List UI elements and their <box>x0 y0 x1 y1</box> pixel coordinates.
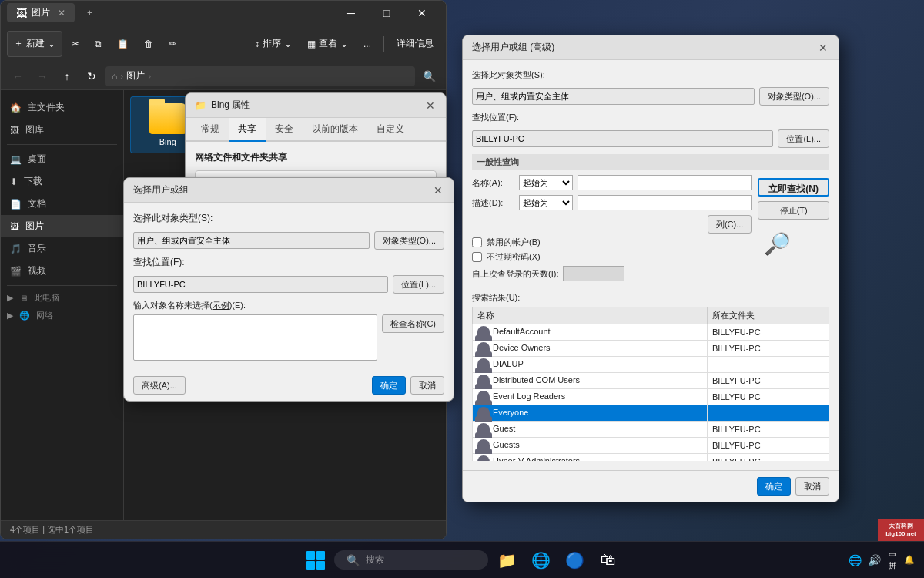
view-label: 查看 <box>319 37 337 50</box>
new-button[interactable]: ＋ 新建 ⌄ <box>7 31 62 57</box>
sidebar-item-pictures[interactable]: 🖼 图片 <box>1 215 123 237</box>
back-btn[interactable]: ← <box>7 66 28 87</box>
taskbar-clock[interactable]: 中 拼 <box>889 550 896 570</box>
small-dialog-title: 选择用户或组 <box>133 183 189 197</box>
small-check-names-btn[interactable]: 检查名称(C) <box>382 314 444 333</box>
days-input[interactable] <box>563 266 624 281</box>
large-cancel-btn[interactable]: 取消 <box>795 477 829 496</box>
disabled-accounts-checkbox[interactable] <box>472 237 482 247</box>
table-row[interactable]: Distributed COM Users BILLYFU-PC <box>473 373 829 389</box>
sidebar-item-documents[interactable]: 📄 文档 <box>1 193 123 215</box>
stop-btn[interactable]: 停止(T) <box>758 201 829 220</box>
refresh-btn[interactable]: ↻ <box>81 66 102 87</box>
no-expire-checkbox[interactable] <box>472 252 482 262</box>
tab-custom[interactable]: 自定义 <box>367 118 413 142</box>
minimize-btn[interactable]: ─ <box>333 1 369 25</box>
sidebar-item-thispc[interactable]: ▶ 🖥 此电脑 <box>1 289 123 307</box>
small-location-input[interactable] <box>133 276 388 293</box>
find-now-btn[interactable]: 立即查找(N) <box>758 178 829 197</box>
sidebar-item-music[interactable]: 🎵 音乐 <box>1 237 123 260</box>
sidebar-item-home[interactable]: 🏠 主文件夹 <box>1 96 123 119</box>
small-advanced-btn[interactable]: 高级(A)... <box>133 376 186 395</box>
tab-general[interactable]: 常规 <box>192 118 229 142</box>
small-object-type-btn[interactable]: 对象类型(O)... <box>374 231 444 250</box>
results-section: 搜索结果(U): 名称 所在文件夹 DefaultAccoun <box>472 292 829 461</box>
large-dialog-close-btn[interactable]: ✕ <box>814 39 832 57</box>
forward-btn[interactable]: → <box>32 66 53 87</box>
small-object-type-input[interactable] <box>133 232 370 249</box>
delete-button[interactable]: 🗑 <box>138 31 159 57</box>
bing-dialog-close-btn[interactable]: ✕ <box>421 96 440 115</box>
address-bar[interactable]: ⌂ › 图片 › <box>105 66 415 86</box>
taskbar-browser1-icon[interactable]: 🌐 <box>525 545 556 576</box>
search-bar[interactable]: 🔍 搜索 <box>334 550 488 570</box>
volume-tray-icon[interactable]: 🔊 <box>868 554 881 566</box>
sidebar-item-gallery[interactable]: 🖼 图库 <box>1 119 123 141</box>
name-filter-input[interactable] <box>578 175 752 190</box>
tab-previous[interactable]: 以前的版本 <box>303 118 367 142</box>
rename-icon: ✏ <box>169 39 176 49</box>
sidebar-item-videos[interactable]: 🎬 视频 <box>1 260 123 282</box>
taskbar-right: 🌐 🔊 中 拼 🔔 <box>845 550 924 570</box>
small-object-input[interactable] <box>133 314 377 361</box>
sidebar-item-downloads[interactable]: ⬇ 下载 <box>1 170 123 193</box>
desc-filter-input[interactable] <box>578 195 752 210</box>
desc-filter-select[interactable]: 起始为 包含 <box>519 195 573 210</box>
general-query-section: 一般性查询 <box>472 154 829 170</box>
paste-button[interactable]: 📋 <box>111 31 135 57</box>
tab-security[interactable]: 安全 <box>266 118 303 142</box>
network-tray-icon[interactable]: 🌐 <box>849 554 862 566</box>
table-row[interactable]: Everyone <box>473 405 829 422</box>
result-folder: BILLYFU-PC <box>707 341 829 357</box>
copy-button[interactable]: ⧉ <box>89 31 108 57</box>
taskbar-store-icon[interactable]: 🛍 <box>593 545 624 576</box>
large-location-input[interactable] <box>472 130 773 147</box>
small-ok-btn[interactable]: 确定 <box>372 376 406 395</box>
taskbar-explorer-icon[interactable]: 📁 <box>491 545 522 576</box>
cut-button[interactable]: ✂ <box>65 31 85 57</box>
table-row[interactable]: Guests BILLYFU-PC <box>473 438 829 454</box>
search-btn[interactable]: 🔍 <box>418 66 440 87</box>
details-button[interactable]: 详细信息 <box>390 31 440 57</box>
view-button[interactable]: ▦ 查看 ⌄ <box>301 31 354 57</box>
columns-btn[interactable]: 列(C)... <box>708 215 752 234</box>
maximize-btn[interactable]: □ <box>369 1 404 25</box>
taskbar-browser2-icon[interactable]: 🔵 <box>559 545 590 576</box>
new-label: 新建 <box>26 37 45 50</box>
table-row[interactable]: Guest BILLYFU-PC <box>473 422 829 438</box>
table-row[interactable]: Hyper-V Administrators BILLYFU-PC <box>473 454 829 462</box>
more-button[interactable]: ... <box>357 31 377 57</box>
small-location-btn[interactable]: 位置(L)... <box>393 275 444 294</box>
cut-icon: ✂ <box>72 39 79 49</box>
small-dialog-close-btn[interactable]: ✕ <box>429 181 447 200</box>
desc-filter-row: 描述(D): 起始为 包含 <box>472 195 752 210</box>
name-filter-select[interactable]: 起始为 包含 <box>519 175 573 190</box>
sidebar-pictures-label: 图片 <box>25 220 44 233</box>
large-object-type-btn[interactable]: 对象类型(O)... <box>759 87 829 106</box>
large-ok-btn[interactable]: 确定 <box>757 477 791 496</box>
table-row[interactable]: DIALUP <box>473 357 829 373</box>
notification-btn[interactable]: 🔔 <box>901 555 918 565</box>
up-btn[interactable]: ↑ <box>56 66 78 87</box>
small-input-label: 输入对象名称来选择(示例)(E): <box>133 300 444 311</box>
explorer-tab[interactable]: 🖼 图片 ✕ <box>7 3 75 22</box>
start-button[interactable] <box>300 545 331 576</box>
document-icon: 📄 <box>10 199 22 210</box>
table-row[interactable]: Event Log Readers BILLYFU-PC <box>473 389 829 405</box>
sort-button[interactable]: ↕ 排序 ⌄ <box>249 31 298 57</box>
new-tab-btn[interactable]: + <box>81 5 99 22</box>
desktop: 🖼 图片 ✕ + ─ □ ✕ ＋ 新建 ⌄ ✂ ⧉ <box>0 0 924 578</box>
small-cancel-btn[interactable]: 取消 <box>410 376 444 395</box>
result-folder: BILLYFU-PC <box>707 422 829 438</box>
large-location-btn[interactable]: 位置(L)... <box>778 129 829 148</box>
rename-button[interactable]: ✏ <box>162 31 182 57</box>
sidebar-thispc-label: 此电脑 <box>34 292 59 304</box>
tab-close-icon[interactable]: ✕ <box>58 8 65 18</box>
tab-share[interactable]: 共享 <box>229 118 266 142</box>
sidebar-item-desktop[interactable]: 💻 桌面 <box>1 148 123 170</box>
close-btn[interactable]: ✕ <box>404 1 440 25</box>
large-object-type-input[interactable] <box>472 88 755 105</box>
table-row[interactable]: DefaultAccount BILLYFU-PC <box>473 324 829 341</box>
table-row[interactable]: Device Owners BILLYFU-PC <box>473 341 829 357</box>
sidebar-item-network[interactable]: ▶ 🌐 网络 <box>1 307 123 324</box>
